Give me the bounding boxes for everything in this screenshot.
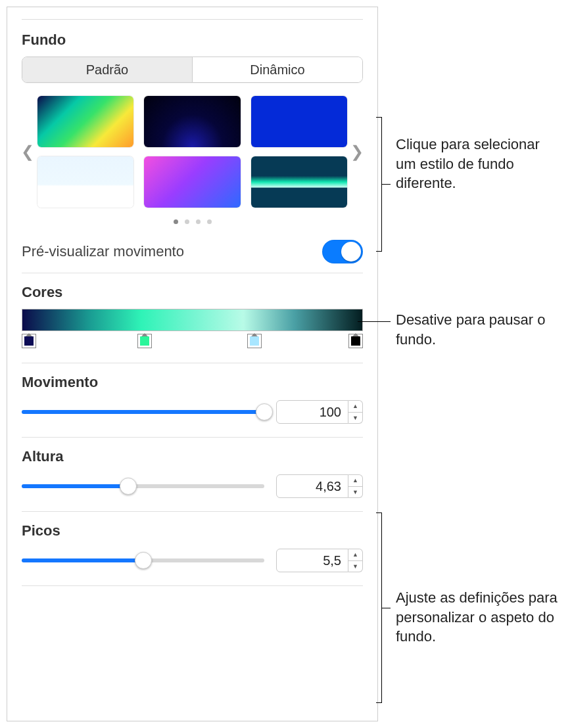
divider bbox=[22, 363, 363, 363]
height-slider[interactable] bbox=[22, 478, 264, 494]
gradient-stop[interactable] bbox=[22, 334, 36, 348]
stepper-down-icon[interactable]: ▼ bbox=[348, 413, 362, 424]
background-style-thumbnail[interactable] bbox=[251, 96, 347, 147]
movement-block: Movimento ▲ ▼ bbox=[22, 374, 363, 424]
stepper-up-icon[interactable]: ▲ bbox=[348, 401, 362, 413]
gradient-stop[interactable] bbox=[247, 334, 262, 348]
peaks-stepper: ▲ ▼ bbox=[276, 549, 363, 572]
divider bbox=[22, 511, 363, 512]
page-dot[interactable] bbox=[207, 219, 212, 224]
background-style-thumbnail[interactable] bbox=[144, 156, 240, 208]
stepper-down-icon[interactable]: ▼ bbox=[348, 561, 362, 572]
page-dot[interactable] bbox=[185, 219, 189, 224]
height-label: Altura bbox=[22, 448, 363, 465]
callout-styles: Clique para selecionar um estilo de fund… bbox=[396, 135, 563, 193]
gradient-stop[interactable] bbox=[137, 334, 152, 348]
chevron-left-icon[interactable]: ❮ bbox=[22, 143, 34, 161]
height-field[interactable] bbox=[276, 474, 348, 498]
gradient-preview[interactable] bbox=[22, 309, 363, 331]
preview-motion-toggle[interactable] bbox=[322, 240, 363, 263]
movement-slider[interactable] bbox=[22, 404, 264, 420]
peaks-block: Picos ▲ ▼ bbox=[22, 522, 363, 572]
divider bbox=[22, 19, 363, 20]
chevron-right-icon[interactable]: ❯ bbox=[351, 143, 363, 161]
preview-motion-label: Pré-visualizar movimento bbox=[22, 243, 184, 260]
section-title-fundo: Fundo bbox=[22, 32, 363, 49]
background-style-thumbnail[interactable] bbox=[144, 96, 240, 147]
page-dot[interactable] bbox=[174, 219, 178, 224]
page-dot[interactable] bbox=[196, 219, 201, 224]
background-style-thumbnail[interactable] bbox=[37, 96, 133, 147]
inspector-panel: Fundo Padrão Dinâmico ❮ ❯ Pré-visualizar… bbox=[7, 7, 378, 721]
peaks-field[interactable] bbox=[276, 549, 348, 572]
segment-dynamic[interactable]: Dinâmico bbox=[193, 57, 362, 82]
callout-line bbox=[358, 321, 391, 322]
toggle-knob bbox=[341, 242, 361, 262]
height-stepper: ▲ ▼ bbox=[276, 474, 363, 498]
movement-label: Movimento bbox=[22, 374, 363, 391]
preview-motion-row: Pré-visualizar movimento bbox=[22, 236, 363, 273]
segment-standard[interactable]: Padrão bbox=[22, 57, 192, 82]
background-type-segmented: Padrão Dinâmico bbox=[22, 57, 363, 83]
callout-adjust: Ajuste as definições para personalizar o… bbox=[396, 588, 563, 647]
height-block: Altura ▲ ▼ bbox=[22, 448, 363, 498]
background-style-thumbnail[interactable] bbox=[37, 156, 133, 208]
stepper-down-icon[interactable]: ▼ bbox=[348, 487, 362, 498]
gradient-stop[interactable] bbox=[348, 334, 363, 348]
stepper-up-icon[interactable]: ▲ bbox=[348, 475, 362, 487]
peaks-label: Picos bbox=[22, 522, 363, 539]
stepper-up-icon[interactable]: ▲ bbox=[348, 549, 362, 561]
background-style-thumbnail[interactable] bbox=[251, 156, 347, 208]
background-styles-row: ❮ ❯ bbox=[22, 96, 363, 208]
callout-line bbox=[381, 184, 391, 185]
colors-label: Cores bbox=[22, 284, 363, 301]
page-dots bbox=[22, 219, 363, 224]
callout-toggle: Desative para pausar o fundo. bbox=[396, 310, 563, 349]
gradient-stops bbox=[22, 332, 363, 352]
divider bbox=[22, 585, 363, 586]
movement-field[interactable] bbox=[276, 400, 348, 424]
peaks-slider[interactable] bbox=[22, 553, 264, 568]
divider bbox=[22, 273, 363, 273]
divider bbox=[22, 437, 363, 438]
movement-stepper: ▲ ▼ bbox=[276, 400, 363, 424]
background-styles-grid bbox=[37, 96, 347, 208]
callout-line bbox=[381, 608, 391, 608]
